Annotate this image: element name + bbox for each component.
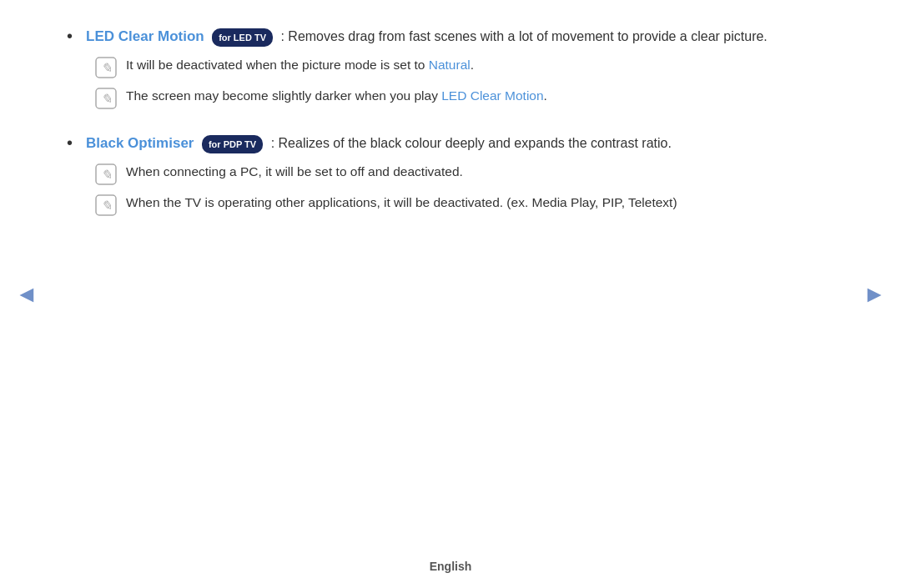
item-line-2: Black Optimiser for PDP TV : Realizes of…	[86, 132, 834, 155]
badge-pdp: for PDP TV	[202, 135, 263, 153]
note-text-black-1: When connecting a PC, it will be set to …	[126, 162, 463, 183]
note-icon-1: ✎	[94, 56, 118, 79]
language-label: English	[430, 560, 472, 573]
highlight-led-clear-motion: LED Clear Motion	[441, 88, 543, 103]
content-area: • LED Clear Motion for LED TV : Removes …	[0, 0, 901, 551]
item-desc-black: : Realizes of the black colour deeply an…	[271, 136, 672, 150]
bullet-content-2: Black Optimiser for PDP TV : Realizes of…	[86, 132, 834, 224]
svg-text:✎: ✎	[101, 199, 112, 213]
item-title-black: Black Optimiser	[86, 135, 194, 151]
footer: English	[0, 551, 901, 588]
bullet-list: • LED Clear Motion for LED TV : Removes …	[67, 25, 834, 224]
note-icon-3: ✎	[94, 163, 118, 186]
bullet-dot-1: •	[67, 27, 73, 46]
bullet-dot-2: •	[67, 133, 73, 153]
note-list-black: ✎ When connecting a PC, it will be set t…	[94, 162, 834, 217]
list-item-black-optimiser: • Black Optimiser for PDP TV : Realizes …	[67, 132, 834, 224]
highlight-natural: Natural	[429, 58, 471, 72]
list-item-led-clear-motion: • LED Clear Motion for LED TV : Removes …	[67, 25, 834, 117]
note-text-led-1: It will be deactivated when the picture …	[126, 55, 474, 76]
note-item-led-1: ✎ It will be deactivated when the pictur…	[94, 55, 834, 79]
note-icon-4: ✎	[94, 193, 118, 217]
note-text-led-2: The screen may become slightly darker wh…	[126, 86, 547, 107]
badge-led: for LED TV	[212, 28, 273, 47]
note-list-led: ✎ It will be deactivated when the pictur…	[94, 55, 834, 110]
note-item-led-2: ✎ The screen may become slightly darker …	[94, 86, 834, 110]
bullet-content-1: LED Clear Motion for LED TV : Removes dr…	[86, 25, 834, 117]
svg-text:✎: ✎	[101, 168, 112, 182]
svg-text:✎: ✎	[101, 61, 112, 75]
note-item-black-1: ✎ When connecting a PC, it will be set t…	[94, 162, 834, 186]
item-line-1: LED Clear Motion for LED TV : Removes dr…	[86, 25, 834, 48]
item-desc-led: : Removes drag from fast scenes with a l…	[280, 29, 767, 43]
note-text-black-2: When the TV is operating other applicati…	[126, 193, 677, 214]
svg-text:✎: ✎	[101, 92, 112, 106]
note-item-black-2: ✎ When the TV is operating other applica…	[94, 193, 834, 217]
note-icon-2: ✎	[94, 87, 118, 110]
page-container: ◄ ► • LED Clear Motion for LED TV : Remo…	[0, 0, 901, 588]
item-title-led: LED Clear Motion	[86, 28, 204, 44]
